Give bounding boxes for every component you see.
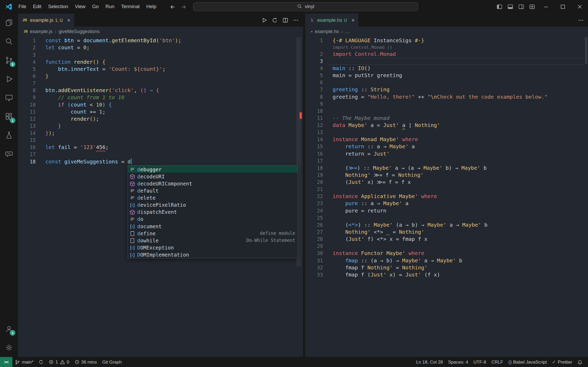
- title-layout-icons: [494, 0, 538, 13]
- menu-view[interactable]: View: [72, 0, 89, 13]
- problems-indicator[interactable]: 10: [46, 357, 72, 367]
- activity-accounts[interactable]: 1: [0, 320, 18, 338]
- suggestion-dispatchEvent[interactable]: dispatchEvent: [128, 208, 298, 215]
- menu-run[interactable]: Run: [102, 0, 118, 13]
- code-line: 24 pure = return: [305, 207, 588, 214]
- line-number: 23: [305, 200, 323, 207]
- activity-bar-top: 51: [0, 13, 18, 163]
- suggestion-devicePixelRatio[interactable]: devicePixelRatio: [128, 201, 298, 208]
- maximize-button[interactable]: [554, 0, 571, 13]
- search-input[interactable]: vinyl: [193, 2, 418, 11]
- code-line: 10: [305, 108, 588, 115]
- menu-edit[interactable]: Edit: [30, 0, 45, 13]
- check-icon: ✓: [552, 359, 556, 365]
- eol[interactable]: CRLF: [489, 357, 506, 367]
- window-controls: [537, 0, 588, 13]
- line-number: 19: [305, 172, 323, 179]
- activity-source-control[interactable]: 5: [0, 51, 18, 70]
- close-button[interactable]: [571, 0, 588, 13]
- symbol-variable-icon: [129, 252, 136, 257]
- activity-run-debug[interactable]: [0, 70, 18, 88]
- line-number: 29: [305, 243, 323, 250]
- suggestion-define[interactable]: definedefine module: [128, 230, 298, 237]
- line-number: 8: [305, 93, 323, 100]
- code-line: 26 (<*>) :: Maybe' (a → b) → Maybe' a → …: [305, 221, 588, 228]
- close-icon[interactable]: ×: [67, 17, 70, 23]
- minimize-button[interactable]: [537, 0, 554, 13]
- symbol-keyword-icon: [129, 216, 136, 222]
- suggestion-debugger[interactable]: debugger: [128, 166, 298, 173]
- breadcrumb-symbol[interactable]: giveMeSuggestions: [59, 29, 100, 34]
- suggestion-decodeURIComponent[interactable]: decodeURIComponent: [128, 180, 298, 187]
- suggestion-label: dispatchEvent: [137, 209, 177, 215]
- branch-indicator[interactable]: main*: [13, 357, 36, 367]
- activity-extensions[interactable]: 1: [0, 107, 18, 126]
- time-tracker[interactable]: 36 mins: [72, 357, 100, 367]
- suggestion-dowhile[interactable]: dowhileDo-While Statement: [128, 237, 298, 244]
- code-line: 15: [18, 137, 303, 144]
- symbol-variable-icon: [129, 202, 136, 207]
- line-number: 8: [18, 87, 36, 94]
- menu-go[interactable]: Go: [89, 0, 102, 13]
- more-icon[interactable]: [576, 15, 585, 25]
- scrollbar[interactable]: [585, 37, 587, 64]
- warning-icon: [60, 360, 65, 365]
- formatter[interactable]: ✓Prettier: [549, 357, 575, 367]
- line-number: 5: [305, 72, 323, 79]
- editor-actions: [576, 13, 588, 26]
- activity-explorer[interactable]: [0, 13, 18, 32]
- menu-file[interactable]: File: [15, 0, 30, 13]
- tab-example-hs[interactable]: λ example.hs U ×: [305, 13, 358, 26]
- breadcrumb-symbol[interactable]: …: [345, 29, 350, 34]
- code-line: 29: [305, 243, 588, 250]
- tab-example-js[interactable]: JS example.js 1, U ×: [18, 13, 74, 26]
- activity-testing[interactable]: [0, 126, 18, 145]
- title-bar: FileEditSelectionViewGoRunTerminalHelp v…: [0, 0, 588, 13]
- code-line: 20 (Just' x) ≫= f = f x: [305, 179, 588, 186]
- cursor-position[interactable]: Ln 18, Col 28: [414, 357, 446, 367]
- remote-indicator[interactable]: ><: [0, 357, 13, 367]
- sync-button[interactable]: [36, 357, 46, 367]
- split-editor-icon[interactable]: [280, 15, 290, 25]
- back-button[interactable]: [166, 0, 178, 13]
- more-icon[interactable]: [291, 15, 300, 25]
- breadcrumb-file[interactable]: example.hs: [315, 29, 339, 34]
- activity-chat[interactable]: [0, 145, 18, 163]
- suggestion-delete[interactable]: delete: [128, 194, 298, 201]
- line-number: 14: [18, 130, 36, 137]
- symbol-method-icon: [129, 181, 136, 186]
- suggestion-do[interactable]: do: [128, 215, 298, 222]
- toggle-panel-icon[interactable]: [505, 0, 516, 13]
- menu-help[interactable]: Help: [143, 0, 160, 13]
- suggestion-DOMException[interactable]: DOMException: [128, 244, 298, 251]
- menu-terminal[interactable]: Terminal: [118, 0, 143, 13]
- suggestion-decodeURI[interactable]: decodeURI: [128, 173, 298, 180]
- accounts-badge: 1: [10, 330, 15, 336]
- indentation[interactable]: Spaces: 4: [445, 357, 471, 367]
- encoding[interactable]: UTF-8: [471, 357, 489, 367]
- notifications-bell[interactable]: [575, 357, 585, 367]
- line-number: 4: [305, 65, 323, 72]
- breadcrumb-file[interactable]: example.js: [30, 29, 52, 34]
- git-graph-button[interactable]: Git Graph: [100, 357, 124, 367]
- javascript-file-icon: JS: [22, 18, 28, 22]
- activity-remote-explorer[interactable]: [0, 88, 18, 107]
- suggestion-default[interactable]: default: [128, 187, 298, 194]
- run-icon[interactable]: [259, 15, 269, 25]
- suggestion-document[interactable]: document: [128, 222, 298, 230]
- activity-search[interactable]: [0, 32, 18, 51]
- toggle-secondary-sidebar-icon[interactable]: [516, 0, 526, 13]
- forward-button[interactable]: [178, 0, 190, 13]
- suggestion-DOMImplementation[interactable]: DOMImplementation: [128, 251, 298, 258]
- haskell-editor[interactable]: 1{-# LANGUAGE InstanceSigs #-}import Con…: [305, 36, 588, 357]
- run-or-debug-icon[interactable]: [270, 15, 279, 25]
- close-icon[interactable]: ×: [352, 17, 355, 23]
- customize-layout-icon[interactable]: [527, 0, 537, 13]
- inlay-hint: import Control.Monad (): [323, 44, 392, 50]
- toggle-sidebar-icon[interactable]: [494, 0, 505, 13]
- code-line: 12data Maybe' a = Just' a | Nothing': [305, 122, 588, 129]
- symbol-module-icon: [129, 231, 136, 236]
- activity-settings[interactable]: [0, 338, 18, 357]
- language-mode[interactable]: { }Babel JavaScript: [506, 357, 549, 367]
- menu-selection[interactable]: Selection: [45, 0, 71, 13]
